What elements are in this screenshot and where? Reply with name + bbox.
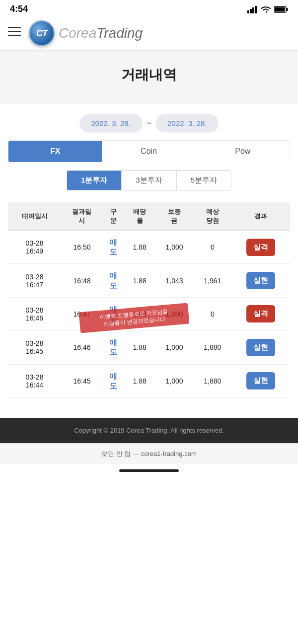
cell-result-date: 16:48 [61,264,103,297]
cell-result: 실현 [231,364,290,397]
header: CT CoreaTrading [0,16,298,51]
table-row: 03-2816:47 16:48 매도 1.88 1,043 1,961 실현 [8,264,290,297]
svg-rect-0 [247,10,249,13]
category-tabs: FX Coin Pow [8,140,290,162]
content: 2022. 3. 28. ~ 2022. 3. 28. FX Coin Pow … [0,104,298,408]
tab-pow[interactable]: Pow [196,141,290,162]
cell-deposit: 1,043 [155,264,194,297]
cell-type: 매도 [103,364,124,397]
cell-deposit: 1,000 [155,331,194,364]
page-title: 거래내역 [8,65,290,84]
cell-expected: 1,961 [193,264,231,297]
logo-container: CT CoreaTrading [29,20,143,46]
cell-result: 실격 [231,231,290,264]
bottom-site[interactable]: corea1-trading.com [141,450,197,457]
svg-rect-2 [252,7,254,13]
cell-result-date: 16:47 [61,297,103,330]
cell-type: 매도 [103,264,124,297]
cell-type: 매도 [103,231,124,264]
cell-expected: 1,880 [193,331,231,364]
col-expected: 예상당첨 [193,202,231,231]
invest-tabs: 1분투자 3분투자 5분투자 [67,170,231,191]
tab-fx[interactable]: FX [8,141,102,162]
bottom-label: 보안 안 팀 [101,450,131,457]
svg-rect-1 [250,9,252,13]
col-deposit: 보증금 [155,202,194,231]
cell-result-date: 16:50 [61,231,103,264]
cell-deposit: 1,000 [155,297,194,330]
cell-rate: 1.88 [124,364,155,397]
cell-deposit: 1,000 [155,231,194,264]
table-row: 03-2816:45 16:46 매도 1.88 1,000 1,880 실현 [8,331,290,364]
cell-lend-date: 03-2816:45 [8,331,61,364]
bottom-bar: 보안 안 팀 — corea1-trading.com [0,443,298,464]
home-bar [119,469,179,472]
cell-lend-date: 03-2816:44 [8,364,61,397]
cell-lend-date: 03-2816:47 [8,264,61,297]
svg-rect-6 [275,7,285,11]
signal-icon [247,5,257,13]
svg-rect-8 [8,31,21,32]
table-row: 03-2816:49 16:50 매도 1.88 1,000 0 실격 [8,231,290,264]
svg-rect-7 [8,27,21,28]
col-type: 구분 [103,202,124,231]
bottom-dash: — [133,450,139,457]
cell-rate: 1.88 [124,331,155,364]
svg-rect-5 [287,8,288,11]
table-header-row: 대여일시 결과일시 구분 배당률 보증금 예상당첨 결과 [8,202,290,231]
cell-rate: 1.88 [124,264,155,297]
menu-icon[interactable] [8,27,21,40]
cell-expected: 0 [193,231,231,264]
col-lend-date: 대여일시 [8,202,61,231]
col-result-date: 결과일시 [61,202,103,231]
footer: Copyright © 2019 Corea Trading. All righ… [0,418,298,443]
wifi-icon [260,5,271,13]
cell-result-date: 16:46 [61,331,103,364]
page-title-section: 거래내역 [0,51,298,104]
tab-coin[interactable]: Coin [102,141,195,162]
svg-rect-9 [8,35,21,36]
footer-copyright: Copyright © 2019 Corea Trading. All righ… [74,427,224,434]
cell-type: 매도 [103,297,124,330]
cell-type: 매도 [103,331,124,364]
status-icons [247,5,288,13]
invest-tab-3min[interactable]: 3분투자 [122,171,176,190]
cell-result: 실현 [231,264,290,297]
cell-expected: 1,880 [193,364,231,397]
col-rate: 배당률 [124,202,155,231]
invest-tab-1min[interactable]: 1분투자 [67,171,122,190]
date-range: 2022. 3. 28. ~ 2022. 3. 28. [8,114,290,132]
date-from-btn[interactable]: 2022. 3. 28. [79,114,143,132]
cell-result: 실격 [231,297,290,330]
date-separator: ~ [147,118,152,129]
logo-ct-text: CT [36,28,47,39]
cell-lend-date: 03-2816:46 [8,297,61,330]
table-row: 03-2816:46 16:47 매도 1.88 1,000 0 실격 [8,297,290,330]
cell-result: 실현 [231,331,290,364]
date-to-btn[interactable]: 2022. 3. 28. [155,114,219,132]
home-indicator [0,464,298,475]
cell-result-date: 16:45 [61,364,103,397]
cell-rate: 1.88 [124,297,155,330]
status-bar: 4:54 [0,0,298,16]
cell-lend-date: 03-2816:49 [8,231,61,264]
table-row: 03-2816:44 16:45 매도 1.88 1,000 1,880 실현 [8,364,290,397]
col-result: 결과 [231,202,290,231]
svg-rect-3 [255,6,257,13]
logo-circle: CT [29,20,55,46]
logo-text: CoreaTrading [59,25,143,41]
battery-icon [274,6,288,13]
trade-table: 대여일시 결과일시 구분 배당률 보증금 예상당첨 결과 03-2816:49 … [8,202,290,398]
cell-deposit: 1,000 [155,364,194,397]
status-time: 4:54 [10,4,28,14]
cell-rate: 1.88 [124,231,155,264]
invest-tab-5min[interactable]: 5분투자 [177,171,231,190]
cell-expected: 0 [193,297,231,330]
